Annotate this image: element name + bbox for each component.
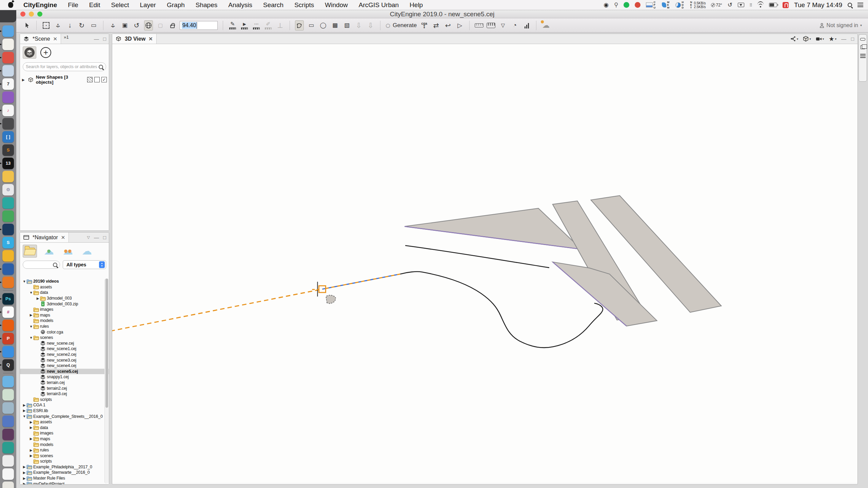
levels-tool[interactable] [522,20,531,30]
dock-app-icon[interactable] [2,468,14,480]
tree-item-models[interactable]: models [20,442,109,447]
dock-app-icon[interactable] [2,376,14,387]
expander-icon[interactable]: ▶ [22,465,26,469]
expander-icon[interactable]: ▶ [29,448,33,452]
frame-selection-button[interactable]: ▪ [42,20,51,30]
restore-panel-icon[interactable] [860,38,865,41]
dock-app-icon[interactable]: S [2,144,14,156]
close-icon[interactable]: ✕ [60,235,65,241]
tree-item-new-scene3-cej[interactable]: new_scene3.cej [20,357,109,363]
dock-app-icon[interactable] [2,224,14,235]
tree-item-20190-videos[interactable]: ▼20190 videos [20,279,109,284]
expander-icon[interactable]: ▶ [29,426,33,429]
expander-icon[interactable]: ▶ [29,454,33,458]
dock-app-icon[interactable] [2,429,14,440]
menu-help[interactable]: Help [404,0,428,10]
offset-input[interactable]: 94.40 [180,21,218,30]
dock-app-icon[interactable] [2,250,14,262]
battery-icon[interactable] [769,3,777,7]
workspace-files-button[interactable] [23,245,37,258]
tree-item-snappy1-cej[interactable]: snappy1.cej [20,374,109,380]
street-centerline[interactable] [405,246,549,268]
tree-item-esri-lib[interactable]: ▶ESRI.lib [20,408,109,414]
move-object-button[interactable]: ↔↕▪ [108,20,117,30]
tree-item-scripts[interactable]: scripts [20,459,109,464]
time-machine-icon[interactable]: ↺ [728,2,732,8]
expander-icon[interactable]: ▶ [29,313,33,317]
view-menu-icon[interactable]: ▽ [87,235,90,240]
net-meter[interactable]: NET 0.5KB/s 2.5KB/s [690,1,706,9]
wifi-icon[interactable] [757,3,764,7]
menu-arcgis-urban[interactable]: ArcGIS Urban [353,0,404,10]
dock-app-icon[interactable]: ♪ [2,105,14,116]
tree-item-3dmodel-003-zip[interactable]: 3dmodel_003.zip [20,301,109,307]
scale-object-button[interactable]: ▣ [120,20,129,30]
menu-scripts[interactable]: Scripts [289,0,319,10]
dock-app-icon[interactable] [2,346,14,358]
expander-icon[interactable]: ▶ [22,482,26,484]
tree-item-terrain2-cej[interactable]: terrain2.cej [20,385,109,391]
apply-tool-button[interactable]: ▷ [455,20,464,30]
expander-icon[interactable]: ▼ [22,414,26,418]
lock-axis-button[interactable] [168,20,177,30]
scene-layer-row[interactable]: ▶ New Shapes [3 objects] ✓ [22,75,107,85]
circle-draw-tool[interactable]: ◯ [319,20,328,30]
dock-app-icon[interactable] [2,415,14,427]
measure-distance-tool[interactable] [475,20,484,30]
dock-app-icon[interactable]: [ ] [2,131,14,143]
zoom-view-button[interactable]: ↓ [65,20,74,30]
update-seed-button[interactable]: ⇄ [432,20,440,30]
tree-item-images[interactable]: images [20,430,109,436]
type-filter-dropdown[interactable]: All types ▲▼ [63,260,106,269]
window-titlebar[interactable]: CityEngine 2019.0 - new_scene5.cej [16,10,868,18]
tree-scrollbar[interactable] [104,279,108,484]
expander-icon[interactable]: ▶ [22,409,26,412]
menu-shapes[interactable]: Shapes [190,0,223,10]
tree-item-master-rule-files[interactable]: ▶Master Rule Files [20,475,109,481]
apple-menu-icon[interactable] [8,2,13,8]
tree-item-scenes[interactable]: ▼scenes [20,335,109,341]
dock-app-icon[interactable] [2,52,14,63]
tree-item-new-scene2-cej[interactable]: new_scene2.cej [20,352,109,358]
dock-app-icon[interactable]: P [2,333,14,344]
scene-search-input[interactable] [26,64,99,69]
tree-item-terrain3-cej[interactable]: terrain3.cej [20,391,109,397]
viewport-canvas[interactable] [112,44,857,483]
camera-views-button[interactable]: ▾ [816,37,824,41]
cpu-meter[interactable]: CPU [646,1,656,9]
tree-item-maps[interactable]: ▶maps [20,436,109,442]
project-shapes-tool[interactable]: ⇩ [366,20,375,30]
dock-app-icon[interactable] [2,482,14,488]
layer-locked-checkbox[interactable] [87,77,93,82]
expander-icon[interactable]: ▶ [22,471,26,474]
dock-app-icon[interactable] [2,442,14,453]
account-signin-button[interactable]: Not signed in ▾ [819,22,862,28]
rotate-object-button[interactable]: ↺ [132,20,141,30]
tree-item-assets[interactable]: assets [20,284,109,290]
texture-tool[interactable]: ▩ [331,20,339,30]
menu-file[interactable]: File [62,0,84,10]
tab-3d-view[interactable]: 3D View ✕ [112,34,157,44]
record-status-icon[interactable]: ◉ [604,2,609,8]
measure-area-tool[interactable] [487,20,495,30]
close-icon[interactable]: ✕ [53,36,58,42]
dock-app-icon[interactable] [2,263,14,275]
mem-meter[interactable]: MEM [662,1,670,9]
dock-app-icon[interactable] [2,320,14,331]
generate-button[interactable]: ◌ Generate [386,21,417,30]
expander-icon[interactable]: ▶ [22,476,26,480]
align-terrain-tool[interactable]: ⊥ [276,20,284,30]
tree-item-scenes[interactable]: ▶scenes [20,453,109,459]
edit-street-tool[interactable]: ⋯ [252,20,261,30]
pan-view-button[interactable]: ↔↕ [54,20,62,30]
menu-window[interactable]: Window [319,0,353,10]
dock-app-icon[interactable]: 7 [2,78,14,90]
password-manager-icon[interactable] [783,2,789,8]
temperature-widget[interactable]: 72° [711,3,722,7]
expander-icon[interactable]: ▶ [22,403,26,407]
dock-app-icon[interactable] [2,455,14,467]
bookmarks-button[interactable]: ★▾ [829,35,836,43]
spotify-icon[interactable] [624,2,629,8]
dock-app-icon[interactable]: Ps [2,293,14,305]
portal-content-button[interactable]: ☁⚉ [42,245,56,258]
